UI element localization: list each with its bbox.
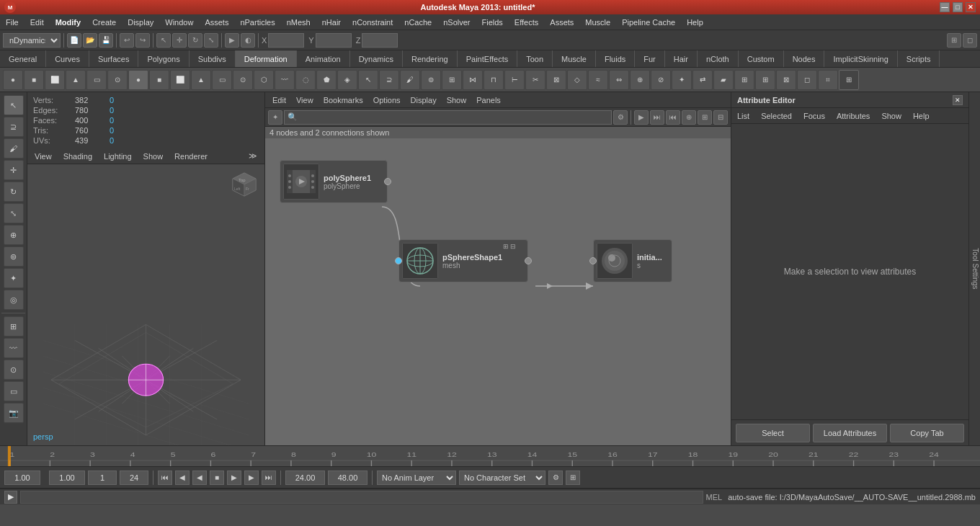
redo-icon[interactable]: ↪ — [135, 33, 150, 48]
load-attributes-button[interactable]: Load Attributes — [813, 424, 887, 442]
ne-layout-icon[interactable]: ⊟ — [713, 110, 728, 125]
menu-nmesh[interactable]: nMesh — [281, 17, 316, 28]
append-icon[interactable]: ⊞ — [734, 70, 754, 90]
ne-menu-panels[interactable]: Panels — [472, 94, 505, 106]
subdiv-icon[interactable]: ⌗ — [818, 70, 838, 90]
boolean-icon[interactable]: ⊕ — [630, 70, 650, 90]
select-button[interactable]: Select — [736, 424, 810, 442]
tab-dynamics[interactable]: Dynamics — [350, 50, 403, 67]
move-icon[interactable]: ✛ — [172, 33, 187, 48]
step-forward-button[interactable]: ▶ — [244, 471, 259, 485]
tab-rendering[interactable]: Rendering — [403, 50, 458, 67]
poly-torus-icon[interactable]: ⊙ — [233, 70, 253, 90]
combine-icon[interactable]: ⊞ — [755, 70, 775, 90]
attr-tab-selected[interactable]: Selected — [758, 110, 795, 122]
timeline[interactable]: 1 2 3 4 5 6 7 8 9 10 11 12 13 14 15 16 1… — [0, 445, 980, 467]
reduce-icon[interactable]: ⊘ — [651, 70, 671, 90]
poly-cone-icon[interactable]: ▲ — [191, 70, 211, 90]
smooth-icon[interactable]: ≈ — [588, 70, 608, 90]
attr-tab-show[interactable]: Show — [878, 110, 904, 122]
extrude-icon[interactable]: ⊞ — [442, 70, 462, 90]
tab-fluids[interactable]: Fluids — [596, 50, 635, 67]
ne-filter-icon[interactable]: ⚙ — [613, 110, 628, 125]
show-manip-icon[interactable]: ◎ — [4, 290, 24, 310]
tab-curves[interactable]: Curves — [46, 50, 89, 67]
tab-subdivs[interactable]: Subdivs — [190, 50, 236, 67]
current-time-input[interactable] — [4, 471, 40, 485]
play-forward-button[interactable]: ▶ — [227, 471, 241, 485]
menu-nsolver[interactable]: nSolver — [437, 17, 476, 28]
select-icon[interactable]: ↖ — [156, 33, 171, 48]
dynamics-dropdown[interactable]: nDynamics — [3, 33, 61, 48]
vp-menu-lighting[interactable]: Lighting — [99, 151, 136, 162]
poly-cylinder-icon[interactable]: ⬜ — [170, 70, 190, 90]
ne-grid-icon[interactable]: ⊞ — [698, 110, 712, 125]
open-icon[interactable]: 📂 — [83, 33, 97, 48]
scale-icon[interactable]: ⤡ — [204, 33, 218, 48]
status-icon[interactable]: ▶ — [4, 491, 17, 504]
snap-grid-icon[interactable]: ⊞ — [4, 316, 24, 336]
move-tool-icon[interactable]: ✛ — [4, 160, 24, 180]
viewport-3d[interactable]: x y Top Left Fr — [27, 164, 264, 445]
skip-begin-button[interactable]: ⏮ — [158, 471, 172, 485]
z-input[interactable] — [362, 33, 398, 48]
layout-icon[interactable]: ⊞ — [947, 33, 961, 48]
poly-helix-icon[interactable]: 〰 — [275, 70, 295, 90]
bridge-icon[interactable]: ⋈ — [463, 70, 483, 90]
ne-zoom-icon[interactable]: ⊕ — [682, 110, 696, 125]
menu-modify[interactable]: Modify — [50, 17, 86, 28]
x-input[interactable] — [268, 33, 304, 48]
tab-surfaces[interactable]: Surfaces — [89, 50, 138, 67]
ne-menu-show[interactable]: Show — [442, 94, 471, 106]
menu-nhair[interactable]: nHair — [316, 17, 347, 28]
sculpt-icon[interactable]: ✦ — [4, 268, 24, 288]
ne-create-icon[interactable]: ✦ — [268, 110, 282, 125]
ne-menu-edit[interactable]: Edit — [268, 94, 290, 106]
menu-create[interactable]: Create — [86, 17, 122, 28]
sphere-icon[interactable]: ● — [3, 70, 23, 90]
minimize-button[interactable]: — — [940, 2, 950, 12]
cleanup-icon[interactable]: ✦ — [672, 70, 692, 90]
poly-prism-icon[interactable]: ⬡ — [254, 70, 274, 90]
play-range-start-input[interactable] — [285, 471, 325, 485]
tab-hair[interactable]: Hair — [665, 50, 698, 67]
menu-fields[interactable]: Fields — [476, 17, 509, 28]
node-editor-canvas[interactable]: polySphere1 polySphere — [265, 138, 731, 445]
tab-fur[interactable]: Fur — [635, 50, 665, 67]
timeline-ruler[interactable]: 1 2 3 4 5 6 7 8 9 10 11 12 13 14 15 16 1… — [0, 446, 980, 466]
poly-misc-icon[interactable]: ◈ — [337, 70, 357, 90]
new-scene-icon[interactable]: 📄 — [67, 33, 81, 48]
ne-play-icon[interactable]: ▶ — [634, 110, 649, 125]
anim-layer-dropdown[interactable]: No Anim Layer — [377, 471, 456, 485]
scale-tool-icon[interactable]: ⤡ — [4, 203, 24, 223]
render-icon[interactable]: ▶ — [225, 33, 239, 48]
menu-nparticles[interactable]: nParticles — [234, 17, 280, 28]
menu-assets2[interactable]: Assets — [544, 17, 579, 28]
attr-tab-help[interactable]: Help — [910, 110, 932, 122]
ipr-icon[interactable]: ◐ — [241, 33, 255, 48]
poly-sphere-icon[interactable]: ● — [128, 70, 148, 90]
cone-icon[interactable]: ▲ — [66, 70, 86, 90]
snap-point-icon[interactable]: ⊙ — [4, 360, 24, 380]
ne-menu-view[interactable]: View — [292, 94, 318, 106]
display-icon[interactable]: ◻ — [963, 33, 977, 48]
universal-manip-icon[interactable]: ⊕ — [4, 225, 24, 245]
merge-icon[interactable]: ⊓ — [484, 70, 504, 90]
tab-general[interactable]: General — [0, 50, 46, 67]
paint-icon[interactable]: 🖌 — [400, 70, 420, 90]
skip-end-button[interactable]: ⏭ — [262, 471, 276, 485]
soft-select-icon[interactable]: ⊚ — [421, 70, 441, 90]
menu-file[interactable]: File — [0, 17, 24, 28]
menu-effects[interactable]: Effects — [509, 17, 544, 28]
rotate-tool-icon[interactable]: ↻ — [4, 182, 24, 202]
tab-ncloth[interactable]: nCloth — [698, 50, 739, 67]
close-button[interactable]: ✕ — [966, 2, 976, 12]
tab-scripts[interactable]: Scripts — [898, 50, 940, 67]
attr-editor-close-button[interactable]: ✕ — [953, 95, 963, 105]
node-polysphere1-output[interactable] — [384, 178, 391, 185]
menu-display[interactable]: Display — [122, 17, 159, 28]
vp-menu-shading[interactable]: Shading — [59, 151, 97, 162]
ne-search-bar[interactable]: 🔍 — [284, 110, 612, 125]
attr-tab-list[interactable]: List — [734, 110, 752, 122]
menu-muscle[interactable]: Muscle — [579, 17, 616, 28]
